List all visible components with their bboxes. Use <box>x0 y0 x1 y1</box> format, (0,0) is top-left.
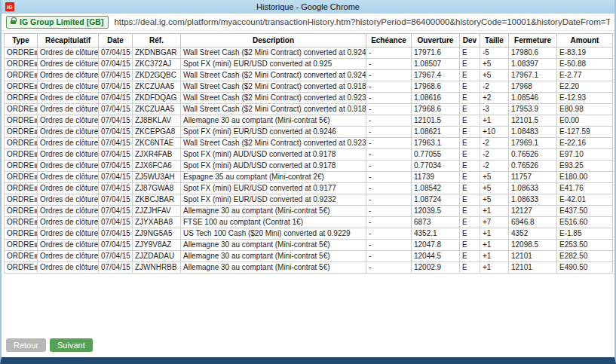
order-type-label: ORDRE <box>7 105 34 114</box>
cell-date: 07/04/15 <box>99 194 133 206</box>
cell-recapitulatif: Ordres de clôture <box>38 138 99 149</box>
ssl-badge-label: IG Group Limited [GB] <box>20 17 103 26</box>
order-details-icon[interactable]: ▦ <box>34 163 37 169</box>
cell-ouverture: 1.08616 <box>412 93 460 104</box>
cell-amount: E0.00 <box>557 115 613 127</box>
cell-taille: -5 <box>480 47 509 59</box>
table-row: ORDRE ▦ Ordres de clôture 07/04/15 ZJ8BK… <box>5 115 613 127</box>
cell-description: Wall Street Cash ($2 Mini Contract) conv… <box>181 138 366 149</box>
cell-amount: E-22.16 <box>557 138 613 149</box>
order-details-icon[interactable]: ▦ <box>34 140 37 146</box>
table-row: ORDRE ▦ Ordres de clôture 07/04/15 ZKDFD… <box>5 93 613 104</box>
cell-amount: E2.20 <box>557 81 613 93</box>
order-details-icon[interactable]: ▦ <box>34 242 37 248</box>
cell-ref: ZKDFDQAG <box>133 93 181 104</box>
order-details-icon[interactable]: ▦ <box>34 118 37 124</box>
cell-echeance: - <box>366 70 412 81</box>
cell-taille: -2 <box>480 161 509 172</box>
order-details-icon[interactable]: ▦ <box>34 106 37 112</box>
cell-ref: ZKC6NTAE <box>133 138 181 149</box>
cell-date: 07/04/15 <box>99 262 133 274</box>
order-details-icon[interactable]: ▦ <box>34 253 37 259</box>
cell-fermeture: 1.08397 <box>509 59 557 70</box>
cell-type: ORDRE ▦ <box>5 206 38 217</box>
column-header: Taille <box>480 34 509 47</box>
order-type-label: ORDRE <box>7 240 34 249</box>
window-title: Historique - Google Chrome <box>2 2 614 11</box>
order-details-icon[interactable]: ▦ <box>34 151 37 158</box>
window-titlebar[interactable]: IG Historique - Google Chrome <box>2 0 614 14</box>
cell-amount: E-2.77 <box>557 70 613 81</box>
cell-dev: E <box>460 194 480 206</box>
cell-description: FTSE 100 au comptant (Contrat 1€) <box>181 217 366 228</box>
cell-type: ORDRE ▦ <box>5 194 38 206</box>
order-details-icon[interactable]: ▦ <box>34 61 37 67</box>
order-details-icon[interactable]: ▦ <box>34 174 37 180</box>
table-row: ORDRE ▦ Ordres de clôture 07/04/15 ZKC37… <box>5 59 613 70</box>
cell-type: ORDRE ▦ <box>5 81 38 93</box>
cell-date: 07/04/15 <box>99 149 133 161</box>
cell-type: ORDRE ▦ <box>5 161 38 172</box>
cell-dev: E <box>460 115 480 127</box>
ssl-badge[interactable]: IG Group Limited [GB] <box>6 16 109 29</box>
column-header: Date <box>99 34 133 47</box>
column-header: Dev <box>460 34 480 47</box>
cell-dev: E <box>460 228 480 240</box>
order-details-icon[interactable]: ▦ <box>34 265 37 271</box>
order-details-icon[interactable]: ▦ <box>34 197 37 203</box>
back-button[interactable]: Retour <box>6 338 46 352</box>
cell-date: 07/04/15 <box>99 104 133 115</box>
cell-dev: E <box>460 161 480 172</box>
cell-ref: ZKCEPGA8 <box>133 127 181 138</box>
order-type-label: ORDRE <box>7 139 34 148</box>
column-header: Type <box>5 34 38 47</box>
cell-fermeture: 11757 <box>509 172 557 183</box>
cell-fermeture: 12101 <box>509 262 557 274</box>
cell-recapitulatif: Ordres de clôture <box>38 70 99 81</box>
cell-recapitulatif: Ordres de clôture <box>38 228 99 240</box>
cell-taille: -3 <box>480 104 509 115</box>
cell-ouverture: 0.77034 <box>412 161 460 172</box>
cell-dev: E <box>460 172 480 183</box>
url-bar[interactable]: IG Group Limited [GB] https://deal.ig.co… <box>2 14 614 31</box>
cell-taille: +1 <box>480 115 509 127</box>
cell-dev: E <box>460 93 480 104</box>
table-row: ORDRE ▦ Ordres de clôture 07/04/15 ZJZJH… <box>5 206 613 217</box>
order-details-icon[interactable]: ▦ <box>34 185 37 191</box>
cell-ref: ZJWNHRBB <box>133 262 181 274</box>
cell-taille: +5 <box>480 172 509 183</box>
cell-amount: E490.50 <box>557 262 613 274</box>
cell-taille: +5 <box>480 70 509 81</box>
order-details-icon[interactable]: ▦ <box>34 231 37 237</box>
cell-ouverture: 1.08542 <box>412 183 460 194</box>
order-details-icon[interactable]: ▦ <box>34 72 37 78</box>
cell-ref: ZJX6FCA6 <box>133 161 181 172</box>
cell-recapitulatif: Ordres de clôture <box>38 240 99 251</box>
cell-description: Spot FX (mini) EUR/USD converted at 0.91… <box>181 183 366 194</box>
order-details-icon[interactable]: ▦ <box>34 208 37 214</box>
cell-date: 07/04/15 <box>99 47 133 59</box>
cell-ouverture: 1.08724 <box>412 194 460 206</box>
order-details-icon[interactable]: ▦ <box>34 95 37 101</box>
cell-dev: E <box>460 81 480 93</box>
order-details-icon[interactable]: ▦ <box>34 84 37 90</box>
table-row: ORDRE ▦ Ordres de clôture 07/04/15 ZKBCJ… <box>5 194 613 206</box>
order-details-icon[interactable]: ▦ <box>34 50 37 56</box>
cell-description: US Tech 100 Cash ($20 Mini) converted at… <box>181 228 366 240</box>
cell-dev: E <box>460 251 480 262</box>
page-content: TypeRécapitulatifDateRéf.DescriptionEché… <box>2 31 614 357</box>
cell-echeance: - <box>366 127 412 138</box>
column-header: Amount <box>557 34 613 47</box>
cell-ouverture: 12044.5 <box>412 251 460 262</box>
cell-ouverture: 17968.6 <box>412 81 460 93</box>
order-details-icon[interactable]: ▦ <box>34 219 37 225</box>
cell-ref: ZKC372AJ <box>133 59 181 70</box>
cell-type: ORDRE ▦ <box>5 240 38 251</box>
order-details-icon[interactable]: ▦ <box>34 129 37 135</box>
cell-taille: +10 <box>480 127 509 138</box>
cell-type: ORDRE ▦ <box>5 70 38 81</box>
cell-amount: E93.25 <box>557 161 613 172</box>
cell-echeance: - <box>366 138 412 149</box>
next-button[interactable]: Suivant <box>50 338 93 352</box>
column-header: Récapitulatif <box>38 34 99 47</box>
